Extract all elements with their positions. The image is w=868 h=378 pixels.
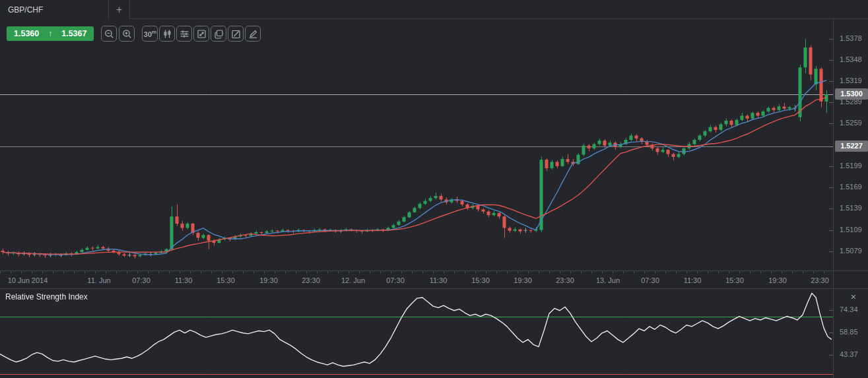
time-axis[interactable]: 10 Jun 201411. Jun07:3011:3015:3019:3023… [0,270,868,288]
time-tick-label: 15:30 [471,276,490,284]
ask-price[interactable]: 1.5367 [61,29,86,38]
time-tick-label: 19:30 [514,276,532,284]
add-tab-button[interactable]: + [109,0,130,19]
expand-button[interactable] [193,26,209,42]
time-tick-label: 19:30 [259,276,278,284]
zoom-in-icon [122,29,132,39]
rsi-tick-label: 43.37 [840,350,858,358]
time-tick-label: 11:30 [175,276,193,284]
brush-icon [248,29,258,39]
time-tick-label: 07:30 [386,276,405,284]
price-axis[interactable]: 1.53781.53481.53191.52891.52591.51991.51… [833,19,868,270]
time-tick-label: 07:30 [641,276,659,284]
time-tick-label: 23:30 [556,276,574,284]
time-tick-label: 12. Jun [341,276,365,284]
time-tick-label: 11. Jun [87,276,110,284]
axis-corner-divider [833,271,834,289]
main-chart-area [0,19,833,270]
price-direction-up-icon: ↑ [48,29,52,38]
timeframe-button[interactable]: 30m [142,26,158,42]
price-tick-label: 1.5378 [840,34,862,42]
candlestick-icon [162,29,172,39]
price-tick-label: 1.5259 [840,119,862,127]
time-axis-ticks [0,271,833,274]
time-tick-label: 19:30 [768,276,787,284]
time-tick-label: 23:30 [811,276,829,284]
sliders-icon [180,29,189,39]
chart-type-button[interactable] [159,26,175,42]
edit-button[interactable] [228,26,244,42]
chart-toolbar: 1.5360 ↑ 1.5367 30m [7,26,261,42]
draw-button[interactable] [245,26,261,42]
time-tick-label: 23:30 [302,276,320,284]
indicators-button[interactable] [176,26,192,42]
rsi-close-button[interactable]: × [848,291,859,303]
time-tick-label: 11:30 [684,276,702,284]
time-tick-label: 15:30 [725,276,744,284]
tab-bar-filler [130,0,868,19]
price-tick-label: 1.5169 [840,183,862,191]
price-tick-label: 1.5348 [840,55,862,63]
time-tick-label: 15:30 [217,276,235,284]
price-tick-label: 1.5139 [840,204,862,212]
price-tick-label: 1.5319 [840,77,862,84]
rsi-tick-label: 58.85 [840,328,858,336]
tab-gbpchf[interactable]: GBP/CHF [0,0,109,19]
price-tick-label: 1.5199 [840,162,862,170]
edit-note-icon [231,29,241,39]
level-label: 1.5227 [835,141,868,152]
quote-widget[interactable]: 1.5360 ↑ 1.5367 [7,26,94,41]
price-tick-label: 1.5109 [840,226,862,234]
bid-price[interactable]: 1.5360 [14,29,39,38]
layers-button[interactable] [211,26,226,42]
plus-icon: + [116,4,122,16]
rsi-tick-label: 74.34 [840,305,858,313]
rsi-title: Relative Strength Index [5,292,88,301]
layers-icon [214,29,224,39]
current-price-label: 1.5300 [835,88,868,100]
tab-label: GBP/CHF [8,5,43,15]
zoom-out-icon [104,29,114,39]
expand-icon [197,29,207,39]
rsi-chart-canvas[interactable] [0,289,833,378]
zoom-out-button[interactable] [101,26,117,42]
time-tick-label: 13. Jun [596,276,620,284]
price-tick-label: 1.5079 [840,247,862,255]
candlestick-chart-canvas[interactable] [0,19,833,270]
zoom-in-button[interactable] [119,26,135,42]
time-tick-label: 11:30 [430,276,448,284]
time-tick-label: 07:30 [132,276,150,284]
trading-app-window: GBP/CHF + 1.5360 ↑ 1.5367 30m [0,0,868,378]
timeframe-label: 30m [144,30,156,38]
tab-bar: GBP/CHF + [0,0,868,19]
rsi-panel: Relative Strength Index 74.3458.8543.37 … [0,288,868,378]
time-tick-label: 10 Jun 2014 [8,276,48,284]
